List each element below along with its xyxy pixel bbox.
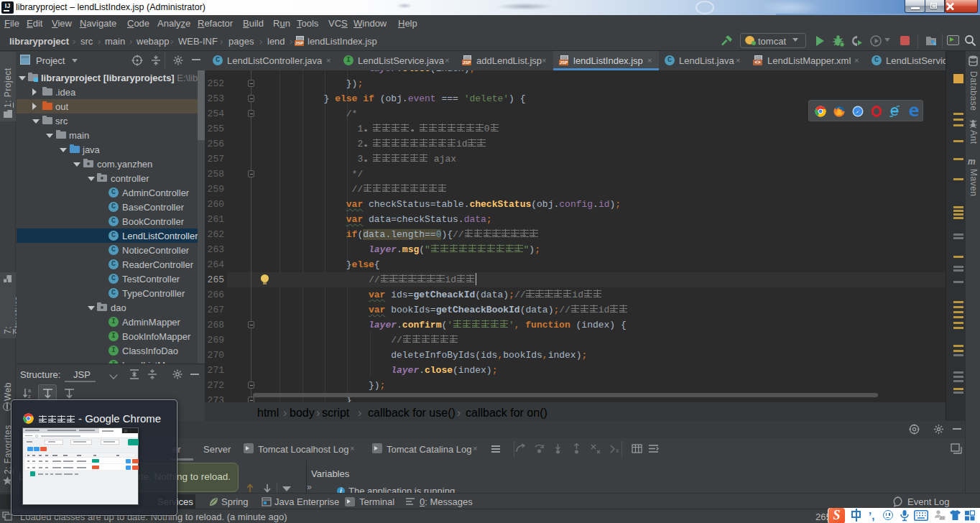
svg-text:22: 22 xyxy=(940,516,945,520)
svg-text:a: a xyxy=(28,388,31,393)
svg-text:x: x xyxy=(616,447,619,454)
svg-text:z: z xyxy=(28,394,31,399)
